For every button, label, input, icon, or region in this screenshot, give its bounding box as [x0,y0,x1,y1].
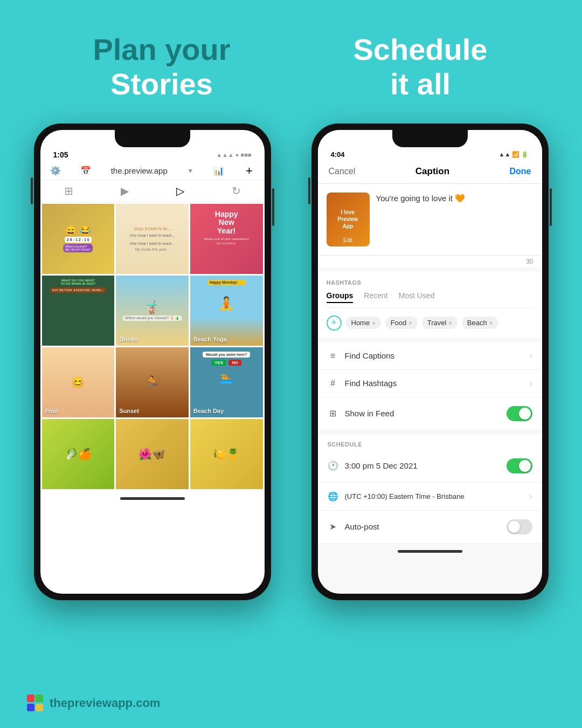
phone2-notch [392,130,468,147]
footer-url: thepreviewapp.com [50,696,160,710]
tag-travel[interactable]: Travel × [422,317,458,329]
thumbnail-text: I love Preview App [338,209,358,230]
story-cell-happy-new-year[interactable]: HappyNewYear! What's one of your resolut… [190,204,263,274]
chevron-down-icon: ▼ [187,167,193,175]
schedule-datetime: 3:00 pm 5 Dec 2021 [345,461,418,470]
cancel-button[interactable]: Cancel [329,167,356,176]
phone1-time: 1:05 [53,150,68,159]
header-left: Plan your Stories [32,32,291,102]
phone2-screen: 4:04 ▲▲ 📶 🔋 Cancel Caption Done I love P… [318,130,542,594]
phone1-signal: ▲▲▲ ● ■■■ [216,152,251,158]
caption-title: Caption [415,166,449,177]
schedule-label: SCHEDULE [318,435,542,450]
char-count: 30 [318,256,542,267]
caption-text[interactable]: You're going to love it 🧡 [376,193,534,246]
phone1-screen: 1:05 ▲▲▲ ● ■■■ ⚙️ 📅 the.preview.app ▼ 📊 … [40,130,265,594]
grid-icon[interactable]: ⊞ [64,184,73,197]
story-cell-bottom3[interactable]: 🍋🍍 [190,419,263,489]
story-cell-beach-yoga[interactable]: Happy Monday! ☀️ 🧘 Beach Yoga [190,276,263,346]
story-label-beach-yoga: Beach Yoga [193,336,227,342]
tag-beach[interactable]: Beach × [462,317,498,329]
clock-icon: 🕐 [328,461,338,471]
story-label-drinks: Drinks [119,336,137,342]
gear-icon[interactable]: ⚙️ [50,166,61,176]
send-icon: ➤ [328,521,338,532]
chart-icon[interactable]: 📊 [213,166,224,176]
refresh-icon[interactable]: ↻ [232,184,241,197]
logo-quad-3 [27,704,34,711]
story-cell-bottom2[interactable]: 🌺🦋 [116,419,189,489]
hashtag-icon: # [328,379,338,388]
find-hashtags-item[interactable]: # Find Hashtags › [318,370,542,397]
done-button[interactable]: Done [510,167,531,176]
story-cell-2022[interactable]: 😄 😂 2 6 : 1 2 : 1 0 Who's excited?ME! I'… [42,204,115,274]
chevron-right-icon3: › [529,491,532,501]
phone2-signal: ▲▲ 📶 🔋 [499,151,529,158]
add-hashtag-button[interactable]: + [327,315,342,331]
caption-content-area: I love Preview App Edit You're going to … [318,184,542,256]
find-captions-item[interactable]: ≡ Find Captions › [318,342,542,370]
story-label-beach-day: Beach Day [193,408,224,414]
story-cell-goals[interactable]: 2022 STARTS IN... One Goal I want to rea… [116,204,189,274]
story-cell-sunset[interactable]: 🏃 Sunset [116,347,189,417]
header-right-title: Schedule it all [291,32,550,102]
video-icon[interactable]: ▶ [121,184,129,197]
story-cell-what-do[interactable]: WHAT DO YOU WANTTO DO MORE IN 2022? EAT … [42,276,115,346]
story-cell-beach-day[interactable]: Would you swim here? YES NO 🏊 Beach Day [190,347,263,417]
story-cell-bottom1[interactable]: 🥬🍊 [42,419,115,489]
tag-food[interactable]: Food × [385,317,418,329]
schedule-timezone-item[interactable]: 🌐 (UTC +10:00) Eastern Time - Brisbane › [318,483,542,511]
tab-recent[interactable]: Recent [364,291,387,303]
find-captions-label: Find Captions [345,351,395,360]
phone2: 4:04 ▲▲ 📶 🔋 Cancel Caption Done I love P… [311,123,549,600]
header-left-title: Plan your Stories [32,32,291,102]
story-cell-pool[interactable]: 😊 Pool [42,347,115,417]
story-cell-drinks[interactable]: 🧋 Which would you choose? 🍹🧃 Drinks [116,276,189,346]
play-icon[interactable]: ▷ [176,184,184,197]
chevron-right-icon2: › [529,379,532,388]
schedule-datetime-item[interactable]: 🕐 3:00 pm 5 Dec 2021 [318,450,542,483]
header-right: Schedule it all [291,32,550,102]
phone1-home-indicator [120,497,185,500]
brand-logo [27,695,44,712]
calendar-icon[interactable]: 📅 [80,166,91,176]
hashtag-groups: + Home × Food × Travel × Beach × [327,315,534,331]
globe-icon: 🌐 [328,491,338,502]
autopost-label: Auto-post [345,522,379,531]
logo-quad-1 [27,695,34,702]
phone1-notch [115,130,190,147]
schedule-timezone: (UTC +10:00) Eastern Time - Brisbane [345,492,465,500]
grid-feed-icon: ⊞ [328,408,338,418]
schedule-section: SCHEDULE 🕐 3:00 pm 5 Dec 2021 🌐 (UTC +10… [318,435,542,544]
phone1: 1:05 ▲▲▲ ● ■■■ ⚙️ 📅 the.preview.app ▼ 📊 … [34,123,271,600]
show-in-feed-item: ⊞ Show in Feed [318,397,542,430]
caption-thumbnail[interactable]: I love Preview App Edit [327,193,370,246]
story-grid: 😄 😂 2 6 : 1 2 : 1 0 Who's excited?ME! I'… [40,202,265,491]
find-hashtags-label: Find Hashtags [345,379,397,388]
tag-home[interactable]: Home × [346,317,381,329]
story-label-pool: Pool [45,408,58,414]
hashtags-section: HASHTAGS Groups Recent Most Used + Home … [318,272,542,338]
logo-quad-2 [36,695,43,702]
phones-section: 1:05 ▲▲▲ ● ■■■ ⚙️ 📅 the.preview.app ▼ 📊 … [0,123,582,600]
tab-most-used[interactable]: Most Used [399,291,435,303]
header-section: Plan your Stories Schedule it all [0,0,582,123]
show-in-feed-toggle[interactable] [507,406,532,421]
show-in-feed-label: Show in Feed [345,409,394,418]
phone1-nav: ⊞ ▶ ▷ ↻ [40,180,265,202]
autopost-toggle[interactable] [507,519,532,534]
captions-icon: ≡ [328,351,338,361]
add-icon[interactable]: + [244,166,254,176]
caption-header: Cancel Caption Done [318,162,542,184]
menu-items: ≡ Find Captions › # Find Hashtags › ⊞ Sh [318,342,542,430]
tab-groups[interactable]: Groups [327,291,354,303]
schedule-toggle[interactable] [507,458,532,473]
phone2-home-indicator [398,550,462,553]
story-label-sunset: Sunset [119,408,139,414]
hashtag-tabs: Groups Recent Most Used [327,291,534,308]
phone2-time: 4:04 [331,150,345,159]
logo-quad-4 [36,704,43,711]
footer: thepreviewapp.com [27,695,160,712]
phone1-toolbar: ⚙️ 📅 the.preview.app ▼ 📊 + [40,162,265,180]
thumbnail-edit-label[interactable]: Edit [343,237,352,243]
